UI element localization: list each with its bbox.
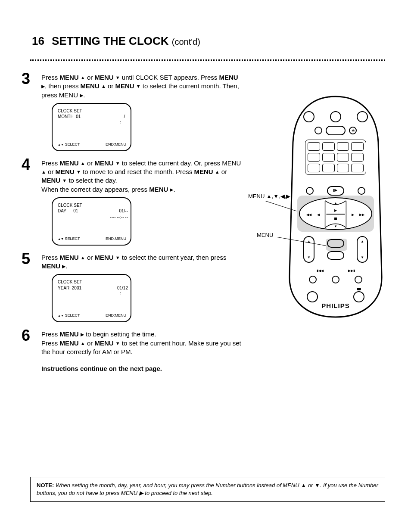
note-block: NOTE: When setting the month, day, year,…	[30, 477, 385, 502]
button[interactable]	[326, 126, 346, 135]
step-text: Press MENU ▲ or MENU ▼ to select the cur…	[41, 159, 244, 194]
num-key[interactable]	[322, 142, 335, 151]
remote-keypad	[305, 140, 366, 175]
volume-rocker[interactable]: ▲▼	[303, 236, 314, 263]
channel-rocker[interactable]: ▲▼	[357, 236, 368, 263]
prev-icon: ▮◀◀	[317, 269, 324, 273]
svg-text:◀◀: ◀◀	[306, 213, 312, 217]
num-key[interactable]	[308, 153, 320, 162]
remote-second-row: ⏏	[286, 126, 385, 135]
steps-column: 3 Press MENU ▲ or MENU ▼ until CLOCK SET…	[41, 73, 244, 372]
num-key[interactable]	[351, 164, 364, 172]
page-number: 16	[32, 34, 44, 48]
button[interactable]	[327, 251, 344, 260]
remote-skip-labels: ▮◀◀ ▶▶▮	[286, 269, 385, 273]
button[interactable]	[306, 187, 314, 195]
menu-button[interactable]	[327, 239, 344, 248]
callout-menu: MENU	[257, 232, 273, 238]
num-key[interactable]	[337, 153, 349, 162]
remote-bottom-row	[286, 288, 385, 302]
num-key[interactable]	[322, 164, 335, 172]
button[interactable]	[309, 276, 317, 283]
num-key[interactable]	[308, 164, 320, 172]
remote-channels-row: ▲▼ ▲▼	[286, 236, 385, 263]
record-button[interactable]	[353, 291, 364, 302]
step-4: 4 Press MENU ▲ or MENU ▼ to select the c…	[41, 159, 244, 246]
num-key[interactable]	[308, 142, 320, 151]
button[interactable]	[355, 276, 362, 283]
svg-text:▶▶: ▶▶	[359, 213, 365, 217]
remote-top-row	[286, 111, 385, 122]
button[interactable]	[330, 111, 341, 122]
step-text: Press MENU ▶ to begin setting the time. …	[41, 330, 244, 356]
step-6: 6 Press MENU ▶ to begin setting the time…	[41, 330, 244, 356]
next-icon: ▶▶▮	[348, 269, 355, 273]
eject-button[interactable]: ⏏	[349, 127, 357, 134]
step-number: 4	[22, 156, 30, 174]
num-key[interactable]	[351, 153, 364, 162]
step-text: Press MENU ▲ or MENU ▼ to select the cur…	[41, 253, 244, 271]
step-text: Press MENU ▲ or MENU ▼ until CLOCK SET a…	[41, 73, 244, 100]
osd-screen-month: CLOCK SET MONTH 01--/-- ---- --:-- -- ▲▼…	[52, 103, 131, 151]
remote-dpad: ▲ ▼ ◀◀ ▶▶ ◀ ▶ ▶	[299, 197, 372, 230]
button[interactable]	[307, 291, 318, 302]
led-icon	[357, 288, 361, 290]
svg-text:▶: ▶	[352, 213, 355, 217]
button[interactable]	[357, 111, 368, 122]
callout-menu-arrows: MENU ▲,▼,◀,▶	[248, 193, 290, 199]
page-title: SETTING THE CLOCK (cont'd)	[52, 34, 379, 48]
num-key[interactable]	[351, 142, 364, 151]
step-5: 5 Press MENU ▲ or MENU ▼ to select the c…	[41, 253, 244, 323]
svg-text:▲: ▲	[334, 201, 337, 205]
svg-text:◀: ◀	[317, 213, 320, 217]
play-pause-button[interactable]: ▮▶	[327, 186, 344, 196]
power-button[interactable]	[303, 111, 314, 122]
remote-row: ▮▶	[286, 186, 385, 196]
continue-note: Instructions continue on the next page.	[41, 365, 244, 372]
title-text: SETTING THE CLOCK (cont'd)	[52, 34, 200, 47]
button[interactable]	[314, 127, 322, 134]
osd-screen-year: CLOCK SET YEAR 200101/12 ---- --:-- -- ▲…	[52, 274, 131, 322]
num-key[interactable]	[337, 142, 349, 151]
step-3: 3 Press MENU ▲ or MENU ▼ until CLOCK SET…	[41, 73, 244, 151]
brand-label: PHILIPS	[286, 302, 385, 309]
step-number: 3	[22, 70, 30, 88]
num-key[interactable]	[322, 153, 335, 162]
button[interactable]	[332, 276, 339, 283]
osd-screen-day: CLOCK SET DAY 0101/-- ---- --:-- -- ▲▼ S…	[52, 197, 131, 246]
svg-rect-7	[334, 218, 337, 220]
step-number: 6	[22, 327, 30, 345]
svg-text:▶: ▶	[334, 208, 337, 212]
button[interactable]	[358, 187, 365, 195]
svg-text:▼: ▼	[334, 224, 337, 228]
step-number: 5	[22, 250, 30, 268]
remote-illustration: ⏏ ▮▶	[286, 95, 385, 319]
remote-row	[286, 276, 385, 283]
header-rule	[30, 59, 385, 61]
num-key[interactable]	[337, 164, 349, 172]
